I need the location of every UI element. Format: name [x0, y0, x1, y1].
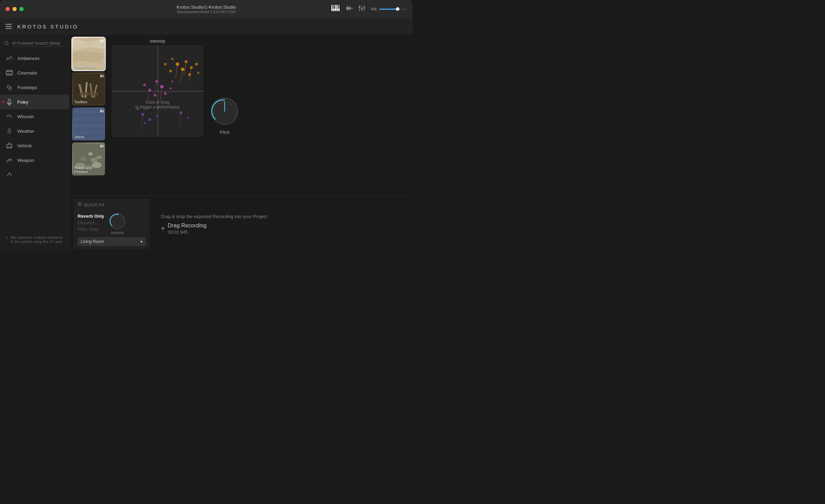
svg-rect-30	[8, 70, 9, 71]
weather-icon	[6, 127, 13, 135]
svg-rect-33	[7, 74, 8, 75]
performance-section: Intensity	[107, 35, 412, 195]
svg-line-45	[10, 132, 11, 133]
reverb-dropdown-value: Living Room	[81, 239, 104, 244]
svg-point-108	[148, 118, 151, 121]
sidebar-item-ambiences[interactable]: Ambiences	[0, 51, 69, 66]
svg-point-24	[5, 41, 8, 45]
sidebar-label-whoosh: Whoosh	[17, 114, 34, 119]
sidebar: Ambiences Cinematic Footsteps Foley	[0, 35, 69, 252]
menu-button[interactable]	[6, 24, 12, 29]
svg-line-104	[160, 87, 162, 102]
sidebar-item-footsteps[interactable]: Footsteps	[0, 80, 69, 95]
svg-rect-22	[361, 8, 363, 9]
drag-recording-button[interactable]: + Drag Recording 00:02.945	[161, 223, 403, 235]
svg-rect-35	[10, 74, 10, 75]
sidebar-item-cinematic[interactable]: Cinematic	[0, 66, 69, 80]
intensity-label: Intensity	[150, 39, 165, 44]
drag-desc: Drag & drop the exported Recording into …	[161, 213, 403, 220]
fx-filter-only[interactable]: Filter Only	[78, 227, 104, 232]
volume-section: Vol	[371, 7, 407, 11]
piano-icon[interactable]	[331, 5, 341, 14]
svg-line-25	[8, 44, 9, 45]
svg-rect-23	[363, 7, 365, 8]
svg-point-110	[156, 115, 158, 117]
sidebar-item-foley[interactable]: Foley	[0, 95, 69, 109]
sidebar-item-vehicle[interactable]: Vehicle	[0, 138, 69, 153]
search-input[interactable]	[12, 41, 65, 47]
sidebar-label-footsteps: Footsteps	[17, 85, 37, 90]
plus-icon: +	[161, 225, 165, 233]
preset-card-paper-foley[interactable]: AI Paper Foley	[72, 37, 105, 70]
fx-distance[interactable]: Distance	[78, 220, 104, 225]
sidebar-item-weapon[interactable]: Weapon	[0, 153, 69, 167]
svg-rect-7	[338, 5, 339, 9]
preset-label-paper: Paper Foley	[74, 65, 95, 69]
whoosh-icon	[6, 113, 13, 120]
waveform-icon[interactable]	[346, 5, 353, 14]
svg-rect-61	[79, 93, 98, 95]
main-title: Krotos Studio/1-Krotos Studio	[176, 5, 236, 10]
pitch-label: Pitch	[220, 130, 230, 135]
svg-line-115	[179, 113, 181, 128]
preset-label-rocks: Rocks and Pebbles	[74, 166, 105, 174]
svg-point-47	[7, 147, 9, 148]
sidebar-label-cinematic: Cinematic	[17, 70, 37, 76]
svg-rect-36	[11, 74, 12, 75]
svg-rect-39	[8, 99, 10, 103]
quick-fx-title: QUICK FX	[84, 203, 105, 207]
search-icon	[4, 41, 9, 47]
vol-label: Vol	[371, 7, 376, 11]
preset-list: AI Paper Foley	[69, 35, 107, 195]
content-area: AI Paper Foley	[69, 35, 412, 252]
mixer-icon[interactable]	[358, 5, 366, 14]
preset-card-rocks[interactable]: AI Rocks and Pebbles	[72, 142, 105, 175]
close-button[interactable]	[6, 7, 10, 11]
sidebar-label-ambiences: Ambiences	[17, 56, 40, 61]
fx-intensity-knob[interactable]: Intensity	[108, 212, 127, 235]
sidebar-label-foley: Foley	[17, 99, 28, 105]
pitch-knob[interactable]	[209, 96, 240, 127]
xy-pad[interactable]: Click or drag to trigger a performance	[112, 45, 203, 137]
preset-label-toolbox: Toolbox	[74, 100, 87, 104]
svg-point-109	[137, 108, 139, 110]
volume-slider[interactable]	[379, 9, 407, 10]
svg-rect-31	[10, 70, 10, 71]
svg-point-81	[96, 156, 102, 159]
svg-line-94	[180, 69, 183, 82]
svg-point-90	[164, 63, 167, 66]
sidebar-item-weather[interactable]: Weather	[0, 124, 69, 138]
xy-pad-container: Intensity	[112, 39, 203, 191]
drag-recording-label: Drag Recording	[168, 223, 207, 229]
drag-recording-panel: Drag & drop the exported Recording into …	[155, 199, 408, 249]
minimize-button[interactable]	[12, 7, 17, 11]
maximize-button[interactable]	[19, 7, 24, 11]
titlebar: Krotos Studio/1-Krotos Studio Developmen…	[0, 0, 412, 18]
svg-rect-29	[7, 70, 8, 71]
vehicle-icon	[6, 142, 13, 149]
sidebar-item-extra[interactable]	[0, 167, 69, 182]
power-icon	[78, 202, 82, 207]
hint-text: Mix between multiple elements in the pre…	[11, 235, 63, 244]
sidebar-item-whoosh[interactable]: Whoosh	[0, 109, 69, 124]
svg-point-48	[10, 147, 12, 148]
svg-point-42	[8, 129, 11, 132]
ambiences-icon	[6, 54, 13, 62]
svg-point-101	[170, 87, 172, 89]
svg-rect-32	[11, 70, 12, 71]
svg-point-89	[197, 72, 199, 74]
toolbar-controls: Vol	[331, 5, 407, 14]
svg-rect-6	[334, 5, 335, 9]
reverb-dropdown[interactable]: Living Room ▾	[78, 237, 146, 246]
svg-rect-27	[6, 71, 12, 72]
fx-reverb-only[interactable]: Reverb Only	[78, 214, 104, 219]
svg-point-79	[88, 152, 93, 156]
logo: KROTOS STUDIO	[17, 24, 78, 29]
bottom-section: QUICK FX Reverb Only Distance Filter Onl…	[69, 195, 412, 252]
preset-card-jeans[interactable]: AI Jeans	[72, 107, 105, 140]
sidebar-label-weather: Weather	[17, 129, 34, 134]
svg-text:i: i	[7, 237, 7, 239]
preset-card-toolbox[interactable]: AI Toolbox	[72, 72, 105, 105]
svg-point-121	[116, 214, 118, 215]
sidebar-label-vehicle: Vehicle	[17, 143, 32, 148]
